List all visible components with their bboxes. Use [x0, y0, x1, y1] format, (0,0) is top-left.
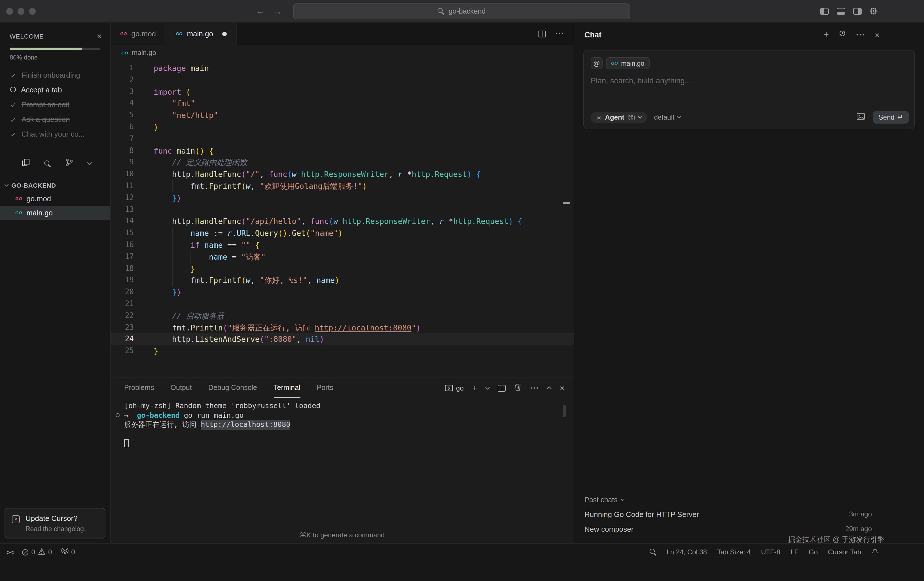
editor-tab[interactable]: GOgo.mod — [111, 23, 166, 45]
terminal-line — [111, 439, 574, 448]
dismiss-notification-icon[interactable]: × — [12, 515, 20, 523]
welcome-item[interactable]: Finish onboarding — [0, 68, 110, 82]
editor-tab[interactable]: GOmain.go — [166, 23, 237, 45]
code-line: package main — [144, 62, 574, 74]
toggle-secondary-sidebar-icon[interactable] — [853, 8, 861, 15]
panel-header: ProblemsOutputDebug ConsoleTerminalPorts… — [111, 378, 574, 398]
line-number: 12 — [111, 192, 144, 204]
close-welcome-icon[interactable]: × — [97, 32, 102, 40]
status-item[interactable]: LF — [790, 548, 799, 556]
chevron-down-icon — [638, 114, 642, 119]
status-item[interactable]: Cursor Tab — [828, 548, 861, 556]
context-file-chip[interactable]: GO main.go — [606, 57, 649, 69]
panel-more-icon[interactable]: ··· — [530, 384, 539, 392]
file-item[interactable]: GOmain.go — [0, 206, 110, 220]
line-number: 7 — [111, 133, 144, 145]
status-item[interactable]: Go — [808, 548, 818, 556]
code-line: // 启动服务器 — [144, 310, 574, 322]
line-number: 17 — [111, 251, 144, 263]
code-line: import ( — [144, 86, 574, 98]
chat-input[interactable]: @ GO main.go Plan, search, build anythin… — [583, 50, 915, 129]
panel-tab[interactable]: Terminal — [274, 378, 300, 398]
back-button[interactable]: ← — [256, 6, 265, 16]
split-editor-icon[interactable] — [538, 30, 546, 37]
agent-mode-selector[interactable]: ∞ Agent ⌘I — [591, 112, 647, 123]
forward-button[interactable]: → — [274, 6, 282, 16]
attach-image-icon[interactable] — [856, 112, 865, 122]
mention-chip[interactable]: @ — [591, 57, 602, 69]
statusbar: >< 0 0 0 Ln 24, Col 38 — [0, 543, 924, 581]
close-window-button[interactable] — [6, 8, 13, 15]
sidebar-view-icons — [0, 158, 110, 169]
go-mod-icon: GO — [120, 31, 127, 36]
source-control-icon[interactable] — [65, 158, 74, 169]
update-notification[interactable]: × Update Cursor? Read the changelog. — [5, 508, 106, 538]
problems-indicator[interactable]: 0 0 — [22, 548, 52, 556]
explorer-section-header[interactable]: GO-BACKEND — [0, 178, 110, 191]
go-file-icon: GO — [176, 31, 182, 36]
new-chat-icon[interactable]: + — [824, 30, 829, 39]
past-chat-item[interactable]: New composer29m ago — [584, 522, 914, 536]
close-panel-icon[interactable]: × — [559, 384, 564, 392]
past-chat-item[interactable]: Running Go Code for HTTP Server3m ago — [584, 507, 914, 522]
new-terminal-icon[interactable]: + — [472, 383, 478, 393]
terminal[interactable]: [oh-my-zsh] Random theme 'robbyrussell' … — [111, 398, 574, 543]
line-number: 16 — [111, 239, 144, 251]
welcome-item[interactable]: Chat with your co... — [0, 126, 110, 141]
notification-link[interactable]: Read the changelog. — [25, 525, 86, 532]
model-label: default — [654, 113, 674, 121]
gear-icon[interactable]: ⚙ — [869, 7, 878, 16]
bell-icon[interactable] — [871, 548, 879, 556]
search-panel-icon[interactable] — [44, 160, 51, 167]
chat-more-icon[interactable]: ··· — [856, 30, 865, 39]
terminal-line: [oh-my-zsh] Random theme 'robbyrussell' … — [111, 401, 574, 411]
check-icon — [10, 132, 16, 136]
close-chat-icon[interactable]: × — [874, 30, 880, 39]
status-item[interactable]: Ln 24, Col 38 — [667, 548, 707, 556]
more-actions-icon[interactable]: ··· — [556, 30, 564, 38]
panel-tab[interactable]: Output — [171, 378, 192, 398]
panel-tab[interactable]: Problems — [124, 378, 154, 398]
line-number: 13 — [111, 204, 144, 216]
terminal-line: → go-backend go run main.go — [111, 411, 574, 420]
file-item[interactable]: GOgo.mod — [0, 191, 110, 206]
titlebar-actions: ⚙ — [820, 7, 878, 16]
status-item[interactable]: UTF-8 — [761, 548, 780, 556]
explorer-files-icon[interactable] — [21, 158, 30, 169]
ports-indicator[interactable]: 0 — [61, 548, 75, 556]
chevron-down-icon — [676, 114, 680, 119]
toggle-primary-sidebar-icon[interactable] — [820, 8, 828, 15]
code-line: fmt.Println("服务器正在运行, 访问 http://localhos… — [144, 322, 574, 333]
model-selector[interactable]: default — [654, 113, 680, 121]
breadcrumb-label: main.go — [132, 49, 156, 57]
send-button[interactable]: Send ↵ — [873, 111, 909, 124]
welcome-item[interactable]: Prompt an edit — [0, 97, 110, 112]
terminal-instance[interactable]: go — [445, 384, 464, 392]
overview-ruler-mark — [563, 202, 570, 204]
welcome-item[interactable]: Accept a tab — [0, 82, 110, 97]
toggle-panel-icon[interactable] — [837, 8, 845, 15]
code-editor[interactable]: 1234567891011121314151617181920212223242… — [111, 60, 574, 378]
breadcrumb[interactable]: GO main.go — [111, 45, 574, 60]
statusbar-search-icon[interactable] — [649, 549, 656, 556]
panel-tab[interactable]: Debug Console — [208, 378, 257, 398]
maximize-panel-icon[interactable] — [547, 386, 552, 391]
kill-terminal-icon[interactable] — [514, 383, 521, 393]
code-line: ) — [144, 121, 574, 133]
chevron-down-icon[interactable] — [87, 160, 92, 165]
remote-indicator[interactable]: >< — [7, 548, 13, 556]
chat-history-icon[interactable] — [838, 30, 846, 40]
line-number: 10 — [111, 168, 144, 180]
terminal-dropdown-icon[interactable] — [485, 385, 490, 390]
status-item[interactable]: Tab Size: 4 — [717, 548, 751, 556]
welcome-item[interactable]: Ask a question — [0, 112, 110, 126]
panel-tab[interactable]: Ports — [317, 378, 333, 398]
split-terminal-icon[interactable] — [498, 385, 506, 391]
minimize-window-button[interactable] — [18, 8, 25, 15]
maximize-window-button[interactable] — [29, 8, 36, 15]
command-center-search[interactable]: go-backend — [293, 3, 630, 19]
line-number: 1 — [111, 62, 144, 74]
code-line: if name == "" { — [144, 239, 574, 251]
past-chats-header[interactable]: Past chats — [584, 493, 914, 507]
terminal-scrollbar[interactable] — [563, 405, 566, 417]
